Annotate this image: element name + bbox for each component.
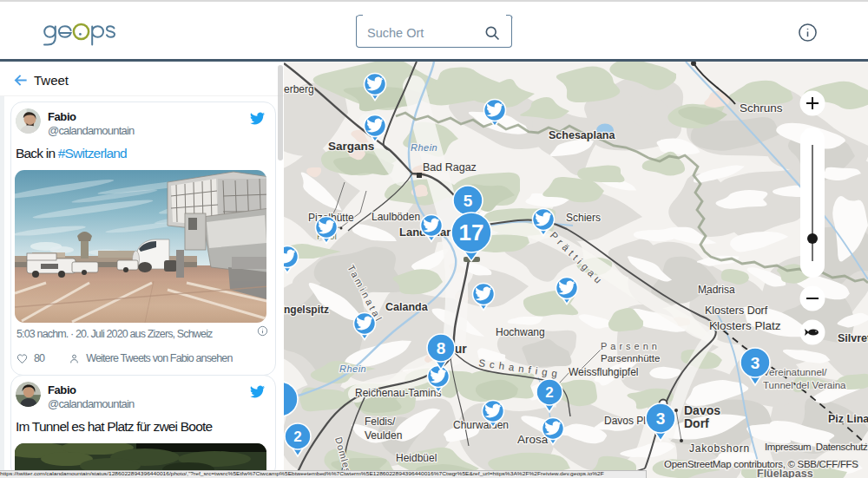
svg-text:3: 3 <box>751 354 760 372</box>
svg-text:Rhein: Rhein <box>411 142 437 153</box>
svg-text:Piz Linar: Piz Linar <box>828 413 868 425</box>
svg-text:Heidbüel: Heidbüel <box>396 452 437 464</box>
svg-text:Bad Ragaz: Bad Ragaz <box>423 161 477 174</box>
svg-text:Hochwang: Hochwang <box>496 326 545 338</box>
svg-text:Davos: Davos <box>684 403 720 417</box>
svg-text:Parsenn: Parsenn <box>601 341 661 351</box>
svg-text:Calanda: Calanda <box>385 301 429 313</box>
svg-text:Engelspitz: Engelspitz <box>284 304 329 316</box>
svg-text:Feldis/: Feldis/ <box>365 416 396 428</box>
svg-text:Parsennhütte: Parsennhütte <box>601 353 660 363</box>
svg-text:5: 5 <box>464 192 473 210</box>
svg-text:17: 17 <box>459 219 484 246</box>
svg-text:Veulden: Veulden <box>365 429 402 442</box>
svg-text:Rhein: Rhein <box>339 363 366 374</box>
svg-text:Tunnel del Veraina: Tunnel del Veraina <box>763 380 846 390</box>
svg-text:Silvrett: Silvrett <box>838 332 868 344</box>
svg-text:Churwalden: Churwalden <box>453 419 509 431</box>
svg-text:Schesaplana: Schesaplana <box>549 129 615 141</box>
svg-text:8: 8 <box>437 339 446 357</box>
svg-text:Madrisa: Madrisa <box>698 284 735 296</box>
svg-text:Klosters Platz: Klosters Platz <box>709 319 781 332</box>
svg-text:OpenStreetMap contributors, ©: OpenStreetMap contributors, © SBB/CFF/FF… <box>664 459 858 469</box>
svg-text:Schruns: Schruns <box>740 101 783 115</box>
svg-text:Davos Pl: Davos Pl <box>604 415 646 427</box>
svg-text:Dorf: Dorf <box>684 416 709 430</box>
svg-text:Reichenau-Tamins: Reichenau-Tamins <box>355 387 441 399</box>
svg-text:erberg: erberg <box>284 83 314 95</box>
svg-text:Laulböden: Laulböden <box>372 211 420 223</box>
svg-text:Vereinatunnel/: Vereinatunnel/ <box>763 367 827 377</box>
svg-text:Sargans: Sargans <box>328 140 374 153</box>
svg-text:Schiers: Schiers <box>566 212 601 224</box>
svg-text:3: 3 <box>656 409 666 428</box>
svg-text:Jakobshorn: Jakobshorn <box>689 442 750 455</box>
svg-text:2: 2 <box>545 384 553 401</box>
svg-text:Weissfluhgipfel: Weissfluhgipfel <box>569 366 638 378</box>
svg-text:2: 2 <box>293 429 301 445</box>
svg-text:Klosters Dorf: Klosters Dorf <box>705 304 768 317</box>
svg-text:Impressum Datenschutz: Impressum Datenschutz <box>765 442 868 452</box>
